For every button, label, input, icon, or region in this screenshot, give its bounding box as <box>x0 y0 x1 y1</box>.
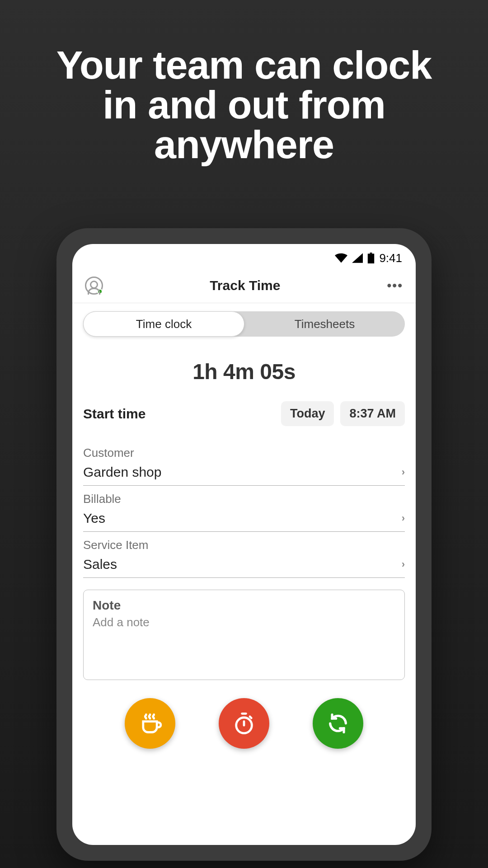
status-bar: 9:41 <box>72 244 416 267</box>
sync-icon <box>326 712 350 735</box>
billable-field[interactable]: Billable Yes › <box>72 486 416 532</box>
note-title: Note <box>93 598 395 613</box>
coffee-icon <box>138 712 162 735</box>
more-icon[interactable]: ••• <box>387 278 403 293</box>
cellular-icon <box>352 253 363 263</box>
status-time: 9:41 <box>379 251 402 265</box>
customer-value: Garden shop <box>83 464 161 480</box>
online-indicator <box>97 289 103 294</box>
billable-label: Billable <box>83 492 405 506</box>
chevron-right-icon: › <box>402 512 405 524</box>
switch-button[interactable] <box>313 698 363 749</box>
break-button[interactable] <box>125 698 175 749</box>
tab-time-clock[interactable]: Time clock <box>83 311 244 337</box>
svg-rect-0 <box>368 253 374 263</box>
service-item-value: Sales <box>83 557 117 572</box>
page-title: Track Time <box>210 278 280 293</box>
svg-rect-1 <box>370 253 372 253</box>
chevron-right-icon: › <box>402 558 405 570</box>
action-buttons <box>72 680 416 749</box>
phone-frame: 9:41 Track Time ••• Time clock Timesheet… <box>56 228 432 861</box>
tab-bar: Time clock Timesheets <box>83 311 405 337</box>
start-date-pill[interactable]: Today <box>281 401 334 426</box>
phone-screen: 9:41 Track Time ••• Time clock Timesheet… <box>72 244 416 845</box>
start-time-pill[interactable]: 8:37 AM <box>340 401 405 426</box>
tab-timesheets[interactable]: Timesheets <box>244 311 405 337</box>
app-header: Track Time ••• <box>72 267 416 303</box>
start-time-label: Start time <box>83 406 145 422</box>
wifi-icon <box>335 253 347 263</box>
marketing-headline: Your team can clock in and out from anyw… <box>0 0 488 164</box>
stop-button[interactable] <box>219 698 269 749</box>
stopwatch-icon <box>232 712 256 735</box>
start-time-row: Start time Today 8:37 AM <box>72 401 416 440</box>
elapsed-time: 1h 4m 05s <box>72 337 416 401</box>
chevron-right-icon: › <box>402 466 405 478</box>
note-placeholder: Add a note <box>93 615 395 629</box>
service-item-label: Service Item <box>83 538 405 552</box>
profile-icon[interactable] <box>85 277 103 295</box>
billable-value: Yes <box>83 511 105 526</box>
customer-field[interactable]: Customer Garden shop › <box>72 440 416 486</box>
customer-label: Customer <box>83 446 405 460</box>
service-item-field[interactable]: Service Item Sales › <box>72 532 416 578</box>
note-input[interactable]: Note Add a note <box>83 590 405 680</box>
battery-icon <box>367 253 375 263</box>
